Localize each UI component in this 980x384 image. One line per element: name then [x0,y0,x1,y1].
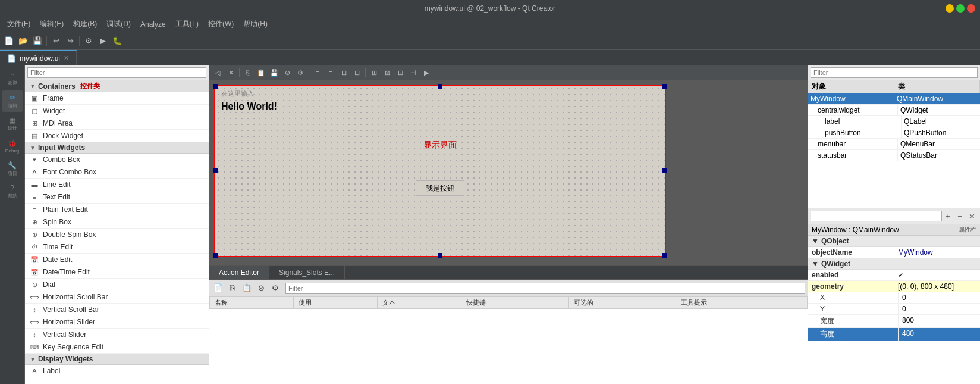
prop-value-width[interactable]: 800 [899,315,980,327]
widget-plain-text-edit[interactable]: ≡ Plain Text Edit [25,204,209,216]
inspector-row-mywindow[interactable]: MyWindow QMainWindow [808,93,980,105]
widget-label[interactable]: A Label [25,365,209,377]
designer-btn-copy[interactable]: ⎘ [242,67,254,79]
toolbar-redo[interactable]: ↪ [64,35,77,48]
property-filter-input[interactable] [811,211,942,221]
prop-row-width[interactable]: 宽度 800 [808,315,980,328]
widget-date-edit[interactable]: 📅 Date Edit [25,254,209,266]
action-filter-input[interactable] [285,283,805,294]
menu-edit[interactable]: 编辑(E) [35,18,68,30]
prop-row-geometry[interactable]: geometry [(0, 0), 800 x 480] [808,281,980,292]
designer-btn-paste[interactable]: 📋 [255,67,267,79]
handle-ml[interactable] [213,168,218,173]
toolbar-new[interactable]: 📄 [2,35,15,48]
property-filter-remove[interactable]: − [954,210,966,222]
toolbar-debug[interactable]: 🐛 [111,35,124,48]
widget-widget[interactable]: ▢ Widget [25,105,209,117]
menu-tools[interactable]: 工具(T) [171,18,203,30]
canvas-center-label[interactable]: 显示界面 [423,140,457,151]
handle-bl[interactable] [213,253,218,258]
designer-btn-close[interactable]: ✕ [225,67,237,79]
toolbar-build[interactable]: ⚙ [82,35,95,48]
widget-filter-input[interactable] [27,67,206,78]
canvas-scroll[interactable]: 在这里输入 Hello World! 显示界面 我是按钮 [209,80,808,265]
widget-time-edit[interactable]: ⏱ Time Edit [25,241,209,254]
designer-btn-layout[interactable]: ⊠ [381,67,393,79]
widget-dial[interactable]: ⊙ Dial [25,279,209,291]
designer-btn-align-h[interactable]: ⊟ [338,67,350,79]
property-filter-config[interactable]: ✕ [966,210,978,222]
widget-key-sequence-edit[interactable]: ⌨ Key Sequence Edit [25,341,209,354]
prop-value-geometry[interactable]: [(0, 0), 800 x 480] [894,281,980,292]
canvas-button[interactable]: 我是按钮 [416,180,464,196]
prop-row-enabled[interactable]: enabled ✓ [808,270,980,281]
designer-btn-grid[interactable]: ⊞ [368,67,380,79]
widget-mdi-area[interactable]: ⊞ MDI Area [25,117,209,130]
widget-text-edit[interactable]: ≡ Text Edit [25,191,209,204]
prop-value-objectname[interactable]: MyWindow [894,247,980,258]
inspector-row-pushbutton[interactable]: pushButton QPushButton [808,127,980,139]
designer-btn-preview[interactable]: ▶ [420,67,432,79]
prop-row-objectname[interactable]: objectName MyWindow [808,247,980,258]
file-tab-mywindow[interactable]: 📄 mywindow.ui ✕ [0,50,77,65]
prop-row-height[interactable]: 高度 480 [808,328,980,341]
menu-widgets[interactable]: 控件(W) [203,18,238,30]
widget-h-slider[interactable]: ⟺ Horizontal Slider [25,316,209,329]
handle-bm[interactable] [438,253,442,258]
toolbar-open[interactable]: 📂 [17,35,30,48]
action-new-btn[interactable]: 📄 [212,282,225,295]
close-button[interactable] [967,4,975,13]
designer-btn-save2[interactable]: 💾 [268,67,280,79]
prop-value-y[interactable]: 0 [899,304,980,314]
widget-font-combo-box[interactable]: A Font Combo Box [25,166,209,179]
prop-value-x[interactable]: 0 [899,292,980,303]
tab-action-editor[interactable]: Action Editor [209,266,269,279]
action-paste-btn[interactable]: 📋 [240,282,253,295]
widget-combo-box[interactable]: ▾ Combo Box [25,154,209,166]
menu-analyze[interactable]: Analyze [136,19,171,30]
action-copy-btn[interactable]: ⎘ [226,282,239,295]
property-filter-add[interactable]: + [942,210,954,222]
handle-br[interactable] [662,253,667,258]
handle-mr[interactable] [662,168,667,173]
prop-row-x[interactable]: X 0 [808,292,980,304]
designer-btn-adjust[interactable]: ⊣ [407,67,419,79]
designer-btn-settings[interactable]: ⚙ [294,67,306,79]
sidebar-welcome[interactable]: ⌂ 欢迎 [2,68,23,89]
widget-spin-box[interactable]: ⊕ Spin Box [25,216,209,229]
menu-debug[interactable]: 调试(D) [102,18,136,30]
widget-frame[interactable]: ▣ Frame [25,92,209,105]
designer-btn-align-l[interactable]: ≡ [312,67,323,79]
widget-line-edit[interactable]: ▬ Line Edit [25,179,209,191]
file-tab-close[interactable]: ✕ [64,54,69,62]
designer-btn-stop[interactable]: ⊘ [281,67,293,79]
handle-tl[interactable] [213,84,218,89]
prop-row-y[interactable]: Y 0 [808,304,980,315]
sidebar-help[interactable]: ? 帮助 [2,181,23,202]
widget-double-spin-box[interactable]: ⊕ Double Spin Box [25,229,209,241]
inspector-row-label[interactable]: label QLabel [808,116,980,127]
handle-tm[interactable] [438,84,442,89]
sidebar-edit[interactable]: ✏ 编辑 [2,90,23,112]
sidebar-project[interactable]: 🔧 项目 [2,158,23,180]
inspector-row-centralwidget[interactable]: centralwidget QWidget [808,105,980,116]
handle-tr[interactable] [662,84,667,89]
sidebar-design[interactable]: ▦ 设计 [2,113,23,135]
inspector-row-menubar[interactable]: menubar QMenuBar [808,139,980,150]
menu-help[interactable]: 帮助(H) [238,18,272,30]
inspector-row-statusbar[interactable]: statusbar QStatusBar [808,150,980,161]
widget-dock-widget[interactable]: ▤ Dock Widget [25,130,209,142]
object-filter-input[interactable] [811,67,978,78]
widget-date-time-edit[interactable]: 📅 Date/Time Edit [25,266,209,279]
designer-btn-align-v[interactable]: ⊟ [351,67,363,79]
action-settings-btn[interactable]: ⚙ [269,282,282,295]
menu-build[interactable]: 构建(B) [68,18,102,30]
tab-signals-slots[interactable]: Signals_Slots E... [269,266,345,279]
sidebar-debug[interactable]: 🐞 Debug [2,136,23,157]
widget-v-slider[interactable]: ↕ Vertical Slider [25,329,209,341]
toolbar-run[interactable]: ▶ [96,35,109,48]
maximize-button[interactable] [956,4,965,13]
action-delete-btn[interactable]: ⊘ [255,282,268,295]
toolbar-save[interactable]: 💾 [31,35,44,48]
designer-btn-break[interactable]: ⊡ [394,67,406,79]
